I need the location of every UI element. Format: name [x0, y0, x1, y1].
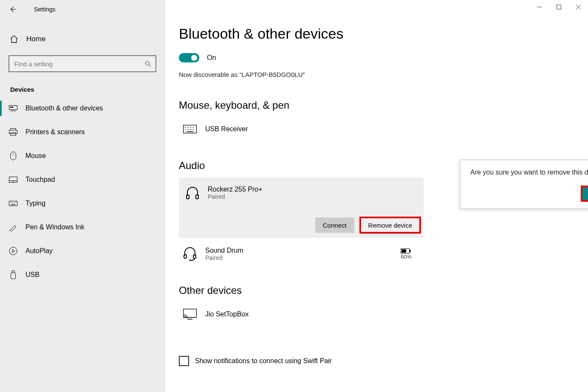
pen-icon [8, 223, 18, 232]
device-status: Paired [208, 193, 263, 200]
home-nav[interactable]: Home [0, 27, 165, 51]
svg-rect-46 [184, 309, 197, 318]
svg-rect-8 [10, 107, 11, 108]
svg-rect-45 [401, 249, 406, 253]
battery-indicator: 60% [401, 248, 412, 260]
confirm-dialog: Are you sure you want to remove this dev… [460, 160, 588, 209]
device-usb-receiver[interactable]: USB Receiver [179, 117, 415, 141]
svg-line-6 [149, 65, 151, 67]
autoplay-icon [8, 246, 18, 256]
device-sound-drum[interactable]: Sound Drum Paired 60% [179, 242, 415, 266]
category-label: Devices [0, 76, 165, 96]
checkbox-icon[interactable] [179, 356, 189, 366]
confirm-text: Are you sure you want to remove this dev… [470, 169, 588, 176]
svg-rect-26 [12, 271, 14, 273]
svg-point-34 [188, 129, 189, 130]
cast-device-icon [182, 307, 198, 322]
svg-rect-11 [11, 129, 16, 130]
sidebar-item-autoplay[interactable]: AutoPlay [0, 239, 165, 263]
section-mouse-keyboard: Mouse, keyboard, & pen [179, 99, 588, 111]
keyboard-device-icon [182, 121, 198, 137]
svg-point-22 [14, 202, 14, 203]
device-settopbox[interactable]: Jio SetTopBox [179, 302, 415, 326]
sidebar-item-printers[interactable]: Printers & scanners [0, 120, 165, 144]
keyboard-icon [8, 199, 18, 208]
svg-point-33 [185, 129, 186, 130]
printer-icon [8, 127, 18, 137]
svg-rect-14 [11, 152, 16, 160]
content-area: Bluetooth & other devices On Now discove… [165, 0, 588, 392]
svg-point-29 [185, 127, 186, 128]
device-name: Rockerz 255 Pro+ [208, 186, 263, 193]
sidebar-item-usb[interactable]: USB [0, 263, 165, 287]
svg-point-25 [9, 247, 17, 255]
sidebar-item-touchpad[interactable]: Touchpad [0, 168, 165, 192]
sidebar-item-mouse[interactable]: Mouse [0, 144, 165, 168]
back-button[interactable] [4, 1, 21, 18]
usb-icon [8, 270, 18, 279]
svg-point-23 [15, 202, 16, 203]
sidebar-item-typing[interactable]: Typing [0, 192, 165, 215]
home-label: Home [26, 35, 45, 43]
home-icon [9, 34, 19, 44]
device-rockerz-selected[interactable]: Rockerz 255 Pro+ Paired Connect Remove d… [179, 178, 424, 238]
svg-rect-44 [410, 250, 411, 252]
svg-rect-13 [11, 133, 16, 135]
bluetooth-toggle[interactable] [179, 53, 199, 62]
sidebar: Settings Home Devices Bluetooth & other … [0, 0, 165, 392]
sidebar-item-pen[interactable]: Pen & Windows Ink [0, 215, 165, 239]
sidebar-item-bluetooth[interactable]: Bluetooth & other devices [0, 96, 165, 120]
window-title: Settings [34, 6, 56, 13]
swiftpair-checkbox-row[interactable]: Show notifications to connect using Swif… [179, 356, 588, 366]
svg-point-31 [190, 127, 191, 128]
search-icon [145, 61, 151, 67]
svg-point-32 [193, 127, 194, 128]
discoverable-text: Now discoverable as “LAPTOP-B5DGO0LU” [179, 71, 588, 78]
mouse-icon [8, 151, 18, 161]
touchpad-icon [8, 175, 18, 184]
section-other: Other devices [179, 285, 588, 296]
connect-button[interactable]: Connect [315, 217, 354, 233]
swiftpair-label: Show notifications to connect using Swif… [195, 357, 332, 365]
svg-point-35 [190, 129, 191, 130]
headset-icon [182, 246, 198, 262]
toggle-label: On [207, 54, 216, 62]
svg-point-5 [146, 61, 150, 65]
svg-point-42 [189, 259, 191, 261]
bluetooth-devices-icon [8, 104, 18, 113]
svg-point-21 [12, 202, 13, 203]
headphones-icon [185, 185, 200, 200]
confirm-yes-button[interactable]: Yes [582, 186, 588, 201]
page-title: Bluetooth & other devices [179, 25, 588, 42]
svg-point-30 [188, 127, 189, 128]
search-input[interactable] [14, 60, 145, 68]
svg-rect-9 [12, 107, 13, 108]
svg-rect-27 [11, 273, 16, 279]
svg-point-36 [193, 129, 194, 130]
remove-device-button[interactable]: Remove device [360, 217, 420, 233]
svg-rect-19 [9, 201, 17, 206]
search-box[interactable] [8, 55, 156, 72]
svg-point-20 [10, 202, 11, 203]
svg-rect-12 [9, 130, 17, 134]
